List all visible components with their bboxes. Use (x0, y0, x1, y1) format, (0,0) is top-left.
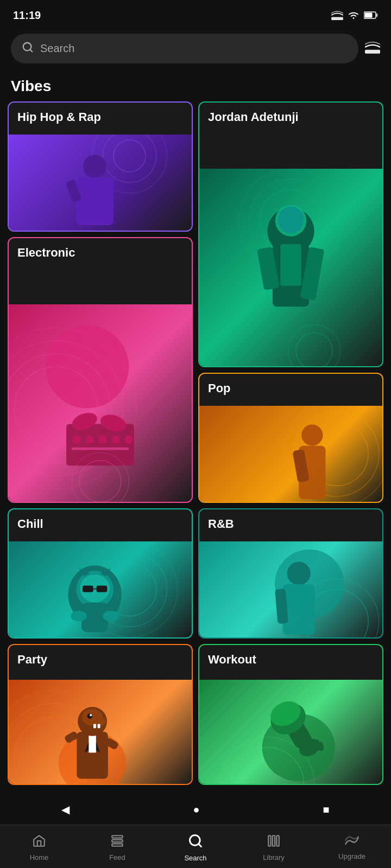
battery-icon (364, 11, 378, 19)
android-nav-bar: ◀ ● ■ (0, 794, 391, 825)
svg-point-24 (288, 324, 340, 366)
svg-point-82 (90, 714, 92, 716)
upgrade-nav-label: Upgrade (338, 852, 365, 860)
search-bar-container: Search (0, 28, 391, 69)
svg-point-7 (113, 140, 146, 172)
back-button[interactable]: ◀ (61, 803, 70, 816)
card-electronic-label: Electronic (17, 246, 75, 260)
card-workout-label: Workout (208, 653, 256, 667)
card-jordan-art (199, 169, 382, 367)
card-pop-art (199, 406, 382, 502)
nav-item-library[interactable]: Library (252, 834, 295, 861)
bottom-nav: Home Feed Search (0, 825, 391, 868)
home-nav-icon (32, 834, 46, 851)
svg-point-60 (71, 611, 87, 622)
vibes-title: Vibes (0, 69, 391, 101)
svg-rect-56 (83, 586, 93, 592)
status-time: 11:19 (13, 9, 41, 22)
status-icons (331, 10, 378, 20)
svg-point-81 (87, 713, 93, 719)
svg-rect-98 (112, 844, 123, 846)
svg-point-35 (112, 435, 120, 443)
cast-status-icon (331, 10, 343, 20)
card-party[interactable]: Party (8, 644, 193, 785)
svg-rect-37 (72, 447, 129, 450)
card-hiphop-label: Hip Hop & Rap (17, 110, 101, 124)
status-bar: 11:19 (0, 0, 391, 28)
search-nav-icon (188, 833, 203, 852)
search-placeholder: Search (40, 42, 74, 55)
card-party-label: Party (17, 653, 47, 667)
card-jordan[interactable]: Jordan Adetunji (198, 101, 383, 367)
card-chill-art (9, 541, 192, 637)
home-button[interactable]: ● (193, 803, 199, 816)
svg-point-25 (296, 333, 332, 366)
card-pop-label: Pop (208, 381, 231, 395)
svg-rect-66 (283, 584, 315, 635)
nav-item-upgrade[interactable]: Upgrade (330, 835, 374, 860)
card-pop[interactable]: Pop (198, 373, 383, 503)
search-bar[interactable]: Search (11, 34, 358, 63)
card-workout-art (199, 680, 382, 784)
feed-nav-icon (110, 834, 124, 851)
card-rnb-label: R&B (208, 517, 234, 531)
svg-line-5 (30, 49, 32, 52)
svg-point-36 (125, 435, 133, 443)
svg-rect-102 (273, 835, 275, 846)
card-party-art (9, 680, 192, 784)
svg-rect-57 (97, 586, 108, 592)
card-jordan-label: Jordan Adetunji (208, 110, 299, 124)
svg-rect-2 (365, 13, 373, 18)
card-chill[interactable]: Chill (8, 508, 193, 639)
upgrade-nav-icon (344, 835, 360, 850)
card-electronic-art (9, 304, 192, 502)
svg-rect-101 (268, 835, 270, 846)
svg-rect-103 (276, 835, 279, 846)
card-workout[interactable]: Workout (198, 644, 383, 785)
svg-point-61 (103, 611, 119, 622)
search-nav-label: Search (184, 854, 206, 862)
svg-rect-0 (331, 17, 343, 20)
svg-rect-23 (280, 244, 301, 286)
card-hiphop-art (9, 135, 192, 231)
cast-button[interactable] (365, 41, 380, 57)
svg-point-45 (301, 424, 323, 445)
svg-line-100 (198, 844, 201, 846)
svg-point-32 (73, 435, 81, 443)
svg-rect-80 (98, 724, 100, 729)
svg-point-34 (99, 435, 107, 443)
svg-point-33 (86, 435, 94, 443)
svg-rect-6 (365, 49, 380, 53)
library-nav-icon (267, 834, 281, 851)
svg-rect-3 (376, 14, 378, 17)
wifi-icon (348, 10, 360, 20)
svg-rect-96 (112, 835, 123, 838)
svg-point-10 (83, 155, 106, 178)
card-electronic[interactable]: Electronic (8, 237, 193, 503)
recent-button[interactable]: ■ (323, 803, 329, 816)
svg-rect-97 (112, 840, 123, 842)
nav-item-search[interactable]: Search (174, 833, 217, 862)
card-rnb[interactable]: R&B (198, 508, 383, 639)
svg-point-65 (287, 561, 311, 585)
svg-rect-79 (93, 724, 96, 729)
library-nav-label: Library (263, 853, 285, 861)
card-chill-label: Chill (17, 517, 43, 531)
nav-item-feed[interactable]: Feed (96, 834, 139, 861)
svg-point-41 (79, 460, 121, 502)
card-hiphop[interactable]: Hip Hop & Rap (8, 101, 193, 232)
card-rnb-art (199, 541, 382, 637)
vibes-section: Vibes Hip Hop & Rap Jor (0, 69, 391, 861)
home-nav-label: Home (30, 853, 49, 861)
nav-item-home[interactable]: Home (17, 834, 61, 861)
svg-point-8 (103, 135, 156, 183)
vibes-grid: Hip Hop & Rap Jordan Adetunji (0, 101, 391, 785)
search-icon (22, 41, 34, 56)
svg-point-19 (278, 206, 304, 233)
feed-nav-label: Feed (109, 853, 125, 861)
svg-rect-31 (66, 424, 134, 465)
